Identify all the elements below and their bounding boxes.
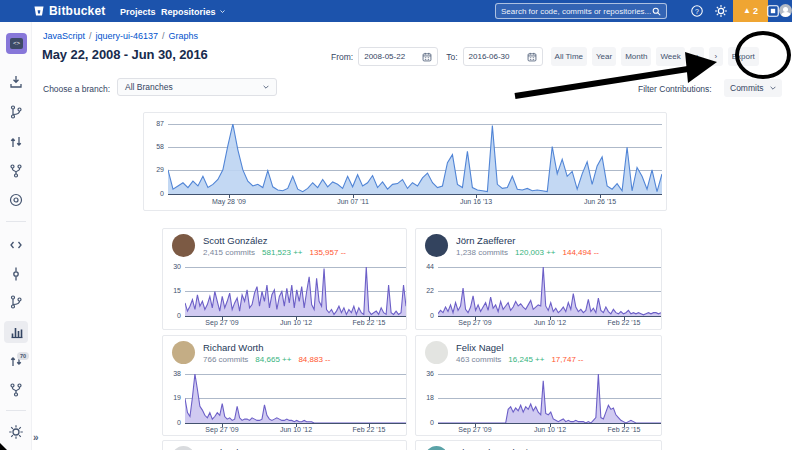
y-tick: 38 <box>165 370 181 377</box>
contributor-name: Richard Worth <box>203 342 264 353</box>
contributor-card: Paul Bakaus <box>162 440 407 450</box>
y-tick: 44 <box>418 263 434 270</box>
contributor-stats: 2,415 commits581,523 ++135,957 -- <box>203 248 346 257</box>
contributor-area-chart <box>438 267 661 316</box>
lines-added: 16,245 ++ <box>508 355 544 364</box>
filter-dropdown[interactable]: Commits <box>724 79 782 97</box>
commits-overview-chart-card: 87 58 29 0 May 28 '09 Jun 07 '11 Jun 16 … <box>143 112 667 211</box>
lines-removed: 144,494 -- <box>563 248 599 257</box>
app-switcher-icon[interactable] <box>766 4 780 18</box>
y-tick: 30 <box>165 263 181 270</box>
contributor-card: Alexander Schmitz <box>415 440 662 450</box>
breadcrumb-repo[interactable]: jquery-ui-46137 <box>96 31 159 41</box>
branch-label: Choose a branch: <box>43 84 110 94</box>
branch-icon[interactable] <box>8 104 24 120</box>
breadcrumb: JavaScript/jquery-ui-46137/Graphs <box>43 31 198 41</box>
help-icon[interactable]: ? <box>690 4 704 18</box>
top-navbar: Bitbucket Projects Repositories Search f… <box>0 0 792 22</box>
commits-icon[interactable] <box>8 266 24 282</box>
chevron-down-icon <box>263 84 269 90</box>
nav-projects[interactable]: Projects <box>120 7 156 17</box>
x-tick: Sep 27 '09 <box>445 426 505 433</box>
gear-icon[interactable] <box>714 4 728 18</box>
contributor-name: Scott González <box>203 235 267 246</box>
avatar <box>172 341 195 364</box>
lines-removed: 17,747 -- <box>551 355 583 364</box>
clone-icon[interactable] <box>8 74 24 90</box>
branches-icon[interactable] <box>8 294 24 310</box>
all-time-button[interactable]: All Time <box>551 47 587 66</box>
graphs-icon <box>9 324 25 340</box>
calendar-icon[interactable] <box>527 52 537 62</box>
from-date-input[interactable]: 2008-05-22 <box>358 47 438 66</box>
warning-icon: ▲ <box>743 7 751 15</box>
contributor-stats: 1,238 commits120,003 ++144,494 -- <box>456 248 599 257</box>
calendar-icon[interactable] <box>422 52 432 62</box>
next-button[interactable]: › <box>709 47 723 66</box>
x-tick: Jun 10 '12 <box>520 426 580 433</box>
search-input[interactable]: Search for code, commits or repositories… <box>495 3 667 19</box>
y-tick: 0 <box>418 312 434 319</box>
avatar <box>425 234 448 257</box>
contributor-area-chart <box>185 267 406 316</box>
avatar <box>425 446 448 450</box>
x-tick: Feb 22 '15 <box>594 426 654 433</box>
forks-icon[interactable] <box>8 382 24 398</box>
to-label: To: <box>446 52 457 62</box>
from-label: From: <box>331 52 353 62</box>
fork-icon[interactable] <box>8 163 24 179</box>
x-tick: Sep 27 '09 <box>192 426 252 433</box>
breadcrumb-project[interactable]: JavaScript <box>43 31 85 41</box>
left-sidebar: <> 70 <box>0 22 32 450</box>
contributor-card: Richard Worth766 commits84,665 ++84,883 … <box>162 335 407 436</box>
x-tick: Jun 10 '12 <box>520 319 580 326</box>
expand-sidebar-icon[interactable]: » <box>33 432 39 443</box>
chevron-down-icon <box>770 85 776 91</box>
pipelines-icon[interactable] <box>8 192 24 208</box>
x-tick: Feb 22 '15 <box>339 319 399 326</box>
contributor-card: Felix Nagel463 commits16,245 ++17,747 --… <box>415 335 662 436</box>
y-tick: 22 <box>418 287 434 294</box>
settings-gear-icon[interactable] <box>8 424 24 440</box>
y-tick: 29 <box>146 166 164 173</box>
repo-avatar[interactable]: <> <box>6 33 27 54</box>
bitbucket-logo-icon[interactable] <box>33 5 45 17</box>
alerts-badge[interactable]: ▲ 2 <box>733 0 768 22</box>
x-tick: Jun 07 '11 <box>323 198 383 205</box>
filter-label: Filter Contributions: <box>638 84 712 94</box>
pull-request-icon[interactable] <box>8 134 24 150</box>
lines-added: 120,003 ++ <box>515 248 555 257</box>
search-placeholder: Search for code, commits or repositories… <box>501 7 652 16</box>
x-tick: May 28 '09 <box>199 198 259 205</box>
avatar <box>425 341 448 364</box>
month-button[interactable]: Month <box>621 47 651 66</box>
y-tick: 36 <box>418 370 434 377</box>
to-date-input[interactable]: 2016-06-30 <box>463 47 543 66</box>
user-avatar[interactable] <box>779 4 792 17</box>
nav-repositories[interactable]: Repositories <box>161 7 225 17</box>
breadcrumb-page[interactable]: Graphs <box>169 31 199 41</box>
x-tick: Jun 16 '13 <box>446 198 506 205</box>
week-button[interactable]: Week <box>656 47 684 66</box>
lines-removed: 135,957 -- <box>310 248 346 257</box>
y-tick: 19 <box>165 394 181 401</box>
y-tick: 18 <box>418 394 434 401</box>
lines-added: 84,665 ++ <box>255 355 291 364</box>
year-button[interactable]: Year <box>592 47 616 66</box>
contributor-card: Scott González2,415 commits581,523 ++135… <box>162 228 407 330</box>
sidebar-divider <box>6 410 26 411</box>
y-tick: 0 <box>165 419 181 426</box>
contributor-stats: 463 commits16,245 ++17,747 -- <box>456 355 583 364</box>
prev-button[interactable]: ‹ <box>690 47 704 66</box>
y-tick: 15 <box>165 287 181 294</box>
brand-title[interactable]: Bitbucket <box>49 4 105 18</box>
date-range-controls: From: 2008-05-22 To: 2016-06-30 All Time… <box>331 47 759 66</box>
branch-dropdown[interactable]: All Branches <box>117 78 277 96</box>
lines-added: 581,523 ++ <box>262 248 302 257</box>
commit-count: 1,238 commits <box>456 248 508 257</box>
pr-count-badge: 70 <box>17 352 29 360</box>
contributor-area-chart <box>438 374 661 423</box>
avatar <box>172 234 195 257</box>
x-tick: Sep 27 '09 <box>445 319 505 326</box>
source-icon[interactable] <box>8 237 24 253</box>
